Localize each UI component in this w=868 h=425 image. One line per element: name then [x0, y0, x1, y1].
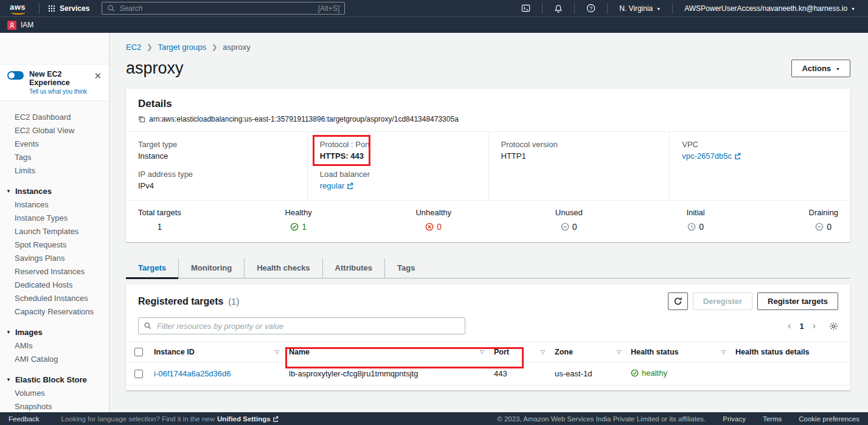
favorite-iam-shortcut[interactable]: IAM: [7, 21, 33, 30]
sidebar-item-ec2-dashboard[interactable]: EC2 Dashboard: [0, 111, 109, 124]
sidebar-item-tags[interactable]: Tags: [0, 151, 109, 164]
sidebar-item-capacity-reservations[interactable]: Capacity Reservations: [0, 305, 109, 319]
target-zone-cell: us-east-1d: [550, 362, 626, 385]
select-all-checkbox[interactable]: [134, 348, 143, 356]
divider: [607, 3, 608, 13]
chevron-down-icon: ▼: [851, 7, 855, 11]
sidebar-item-instances[interactable]: Instances: [0, 198, 109, 212]
protocol-version-value: HTTP1: [501, 151, 658, 161]
close-icon[interactable]: ✕: [92, 70, 103, 81]
page-title: asproxy: [126, 59, 184, 78]
chevron-down-icon: ▼: [836, 67, 840, 71]
actions-label: Actions: [802, 64, 831, 73]
iam-service-icon: [7, 21, 16, 30]
account-menu[interactable]: AWSPowerUserAccess/navaneeth.kn@harness.…: [678, 4, 862, 13]
vpc-link[interactable]: vpc-2657db5c: [682, 151, 741, 161]
filter-triangle-icon[interactable]: ▽: [275, 349, 279, 355]
draining-value: 0: [827, 222, 832, 232]
tab-monitoring[interactable]: Monitoring: [178, 258, 244, 278]
sidebar-item-amis[interactable]: AMIs: [0, 339, 109, 353]
sidebar-item-ami-catalog[interactable]: AMI Catalog: [0, 353, 109, 366]
sidebar-section-elastic-block-store[interactable]: ▼ Elastic Block Store: [0, 373, 109, 387]
header-zone: Zone: [555, 348, 573, 356]
terms-link[interactable]: Terms: [763, 415, 782, 423]
sidebar-item-scheduled-instances[interactable]: Scheduled Instances: [0, 292, 109, 305]
sidebar-item-snapshots[interactable]: Snapshots: [0, 400, 109, 412]
breadcrumb: EC2 ❯ Target groups ❯ asproxy: [126, 43, 850, 52]
actions-button[interactable]: Actions ▼: [791, 60, 850, 77]
copy-icon[interactable]: [138, 116, 145, 123]
draining-label: Draining: [809, 208, 838, 217]
services-menu-button[interactable]: Services: [44, 4, 93, 13]
sidebar-item-savings-plans[interactable]: Savings Plans: [0, 252, 109, 265]
help-button[interactable]: ?: [580, 0, 602, 16]
cookie-preferences-link[interactable]: Cookie preferences: [799, 415, 859, 423]
unified-settings-link[interactable]: Unified Settings: [217, 415, 279, 423]
sidebar-item-ec2-global-view[interactable]: EC2 Global View: [0, 124, 109, 137]
sidebar-section-instances[interactable]: ▼ Instances: [0, 185, 109, 198]
deregister-button[interactable]: Deregister: [693, 292, 752, 310]
sidebar-item-launch-templates[interactable]: Launch Templates: [0, 225, 109, 238]
tab-tags[interactable]: Tags: [384, 258, 427, 278]
vpc-value: vpc-2657db5c: [682, 151, 732, 161]
filter-triangle-icon[interactable]: ▽: [721, 349, 726, 355]
language-text: Looking for language selection? Find it …: [61, 415, 215, 423]
svg-text:?: ?: [589, 5, 592, 12]
healthy-value: 1: [302, 222, 307, 232]
sidebar-item-limits[interactable]: Limits: [0, 164, 109, 178]
new-experience-panel: New EC2 Experience Tell us what you thin…: [0, 64, 109, 101]
details-title: Details: [138, 98, 838, 110]
sidebar-section-images[interactable]: ▼ Images: [0, 326, 109, 339]
sidebar-item-reserved-instances[interactable]: Reserved Instances: [0, 265, 109, 278]
filter-triangle-icon[interactable]: ▽: [541, 349, 545, 355]
filter-triangle-icon[interactable]: ▽: [480, 349, 484, 355]
notifications-button[interactable]: [547, 0, 569, 16]
aws-logo[interactable]: aws: [10, 2, 30, 15]
region-selector[interactable]: N. Virginia ▼: [613, 4, 667, 13]
sidebar-item-events[interactable]: Events: [0, 137, 109, 151]
sidebar-item-spot-requests[interactable]: Spot Requests: [0, 238, 109, 252]
sidebar-item-volumes[interactable]: Volumes: [0, 387, 109, 400]
filter-triangle-icon[interactable]: ▽: [617, 349, 621, 355]
chevron-right-icon: ❯: [147, 43, 152, 51]
privacy-link[interactable]: Privacy: [723, 415, 746, 423]
bell-icon: [554, 4, 563, 13]
target-type-label: Target type: [138, 140, 295, 149]
instance-id-link[interactable]: i-06f1744a6a25d36d6: [154, 369, 231, 378]
tell-us-link[interactable]: Tell us what you think: [29, 88, 87, 95]
unused-value: 0: [572, 222, 577, 232]
cloudshell-button[interactable]: [515, 0, 537, 16]
previous-page-icon[interactable]: ‹: [788, 321, 791, 331]
check-circle-icon: [631, 369, 639, 377]
refresh-button[interactable]: [668, 292, 688, 310]
breadcrumb-target-groups[interactable]: Target groups: [158, 43, 207, 52]
gear-icon[interactable]: [829, 322, 838, 331]
next-page-icon[interactable]: ›: [813, 321, 816, 331]
health-status-value: healthy: [642, 368, 667, 378]
check-circle-icon: [290, 223, 299, 231]
breadcrumb-ec2[interactable]: EC2: [126, 43, 141, 52]
register-targets-button[interactable]: Register targets: [757, 292, 838, 310]
tab-targets[interactable]: Targets: [126, 258, 178, 278]
load-balancer-link[interactable]: regular: [320, 181, 353, 190]
sidebar-item-instance-types[interactable]: Instance Types: [0, 212, 109, 225]
feedback-link[interactable]: Feedback: [9, 415, 40, 423]
tab-health-checks[interactable]: Health checks: [244, 258, 322, 278]
tab-attributes[interactable]: Attributes: [322, 258, 384, 278]
targets-table: Instance ID ▽ Name ▽ Port ▽ Zone ▽ Healt…: [126, 342, 850, 385]
unhealthy-cell: Unhealthy 0: [415, 208, 451, 232]
draining-cell: Draining 0: [809, 208, 838, 232]
filter-input[interactable]: [138, 317, 465, 334]
health-status-cell: healthy: [631, 368, 667, 378]
header-name: Name: [289, 348, 310, 356]
minus-circle-icon: [815, 223, 824, 231]
sidebar-item-dedicated-hosts[interactable]: Dedicated Hosts: [0, 278, 109, 292]
new-experience-toggle[interactable]: [7, 71, 24, 80]
unused-cell: Unused 0: [555, 208, 583, 232]
account-label: AWSPowerUserAccess/navaneeth.kn@harness.…: [684, 4, 847, 13]
page-number[interactable]: 1: [799, 322, 804, 331]
row-checkbox[interactable]: [134, 370, 143, 378]
section-header-label: Instances: [15, 187, 52, 196]
global-search-input[interactable]: Search [Alt+S]: [102, 2, 345, 15]
favorite-label: IAM: [21, 21, 33, 29]
